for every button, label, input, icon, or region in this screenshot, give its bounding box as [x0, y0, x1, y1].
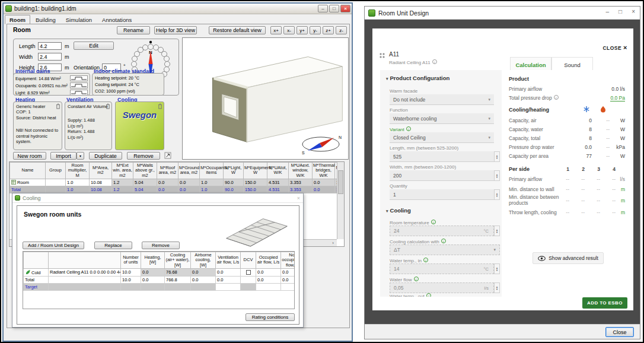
cell[interactable]: 10.0 — [121, 268, 141, 276]
tab-simulation[interactable]: Simulation — [61, 15, 97, 24]
ventilation-card[interactable]: Constant Air Volume Supply: 1.488 L/(s·m… — [65, 101, 112, 150]
rename-button[interactable]: Rename — [117, 26, 150, 34]
snowflake-icon[interactable] — [583, 106, 590, 113]
rw-minimize-button[interactable]: – — [606, 8, 610, 15]
restore-default-view-button[interactable]: Restore default view — [209, 26, 266, 34]
water-in-info-icon[interactable]: i — [423, 258, 428, 262]
new-room-button[interactable]: New room — [13, 152, 46, 160]
heating-card[interactable]: Generic heater COP: 1 Source: District h… — [13, 101, 62, 150]
tab-room[interactable]: Room — [5, 15, 30, 24]
room-temp-stepper[interactable]: ▴▾ — [494, 226, 500, 236]
maximize-button[interactable]: □ — [329, 5, 339, 12]
length-stepper[interactable]: ▴▾ — [494, 151, 500, 162]
function-select[interactable]: Waterborne cooling▾ — [390, 113, 494, 124]
room-temperature-input[interactable]: 24°C — [390, 226, 494, 236]
rating-conditions-button[interactable]: Rating conditions — [246, 313, 295, 321]
expand-table-icon[interactable] — [164, 152, 171, 159]
rw-maximize-button[interactable]: □ — [619, 8, 622, 15]
unit-remove-button[interactable]: Remove — [142, 242, 180, 249]
product-configuration-section[interactable]: ▾Product Configuration — [386, 75, 449, 81]
cooling-panel-title-bar[interactable]: Cooling × — [12, 193, 303, 203]
quantity-stepper[interactable]: ▴▾ — [494, 189, 500, 200]
close-x-icon[interactable]: × — [623, 44, 627, 51]
cell[interactable]: 0.0 — [281, 268, 295, 276]
equipment-schedule-icon[interactable] — [70, 75, 88, 81]
cell[interactable]: 1.0 — [66, 179, 90, 186]
minimize-button[interactable]: – — [318, 5, 328, 12]
cell: 0.0 — [157, 186, 178, 193]
length-input[interactable] — [38, 42, 62, 50]
width-input[interactable] — [38, 53, 62, 61]
water-in-stepper[interactable]: ▴▾ — [494, 263, 500, 274]
left-title-bar[interactable]: building1: building1.idm – □ × — [4, 4, 352, 14]
axis-z-plus-button[interactable]: z+ — [323, 26, 334, 34]
cooling-section[interactable]: ▾Cooling — [386, 207, 411, 214]
replace-button[interactable]: Replace — [94, 242, 132, 249]
dcv-checkbox[interactable] — [246, 270, 251, 275]
view-3d[interactable]: N S — [182, 37, 349, 160]
duplicate-button[interactable]: Duplicate — [89, 152, 122, 160]
axis-y-minus-button[interactable]: y- — [310, 26, 321, 34]
cell[interactable] — [191, 283, 216, 290]
water-temp-in-input[interactable]: 14°C — [390, 263, 494, 274]
rw-title-bar[interactable]: Room Unit Design – □ × — [365, 7, 640, 20]
table-vertical-scrollbar[interactable] — [337, 162, 344, 239]
product-info-icon[interactable]: i — [432, 59, 437, 64]
occupants-schedule-icon[interactable] — [70, 82, 88, 88]
close-top-button[interactable]: CLOSE × — [602, 44, 627, 51]
add-room-unit-design-button[interactable]: Add / Room Unit Design — [23, 242, 84, 249]
target-row: Target — [24, 283, 295, 290]
water-flow-input[interactable]: 0,05l/s — [390, 282, 494, 293]
axis-x-minus-button[interactable]: x- — [283, 26, 295, 34]
room-temp-info-icon[interactable]: i — [431, 220, 436, 224]
water-flow-info-icon[interactable]: i — [414, 277, 419, 281]
cell[interactable]: 0.0 — [216, 268, 241, 276]
heating-delete-icon[interactable] — [56, 103, 60, 109]
axis-y-plus-button[interactable]: y+ — [297, 26, 308, 34]
water-out-info-icon[interactable]: i — [426, 293, 431, 297]
cooling-calc-with-select[interactable]: ΔT▾ — [390, 244, 500, 255]
unit-description-cell[interactable]: Radiant Ceiling A11 0.0 0.00 0.00 44 — [49, 268, 121, 276]
remove-button[interactable]: Remove — [127, 152, 160, 160]
import-dropdown-icon[interactable]: ▾ — [76, 152, 84, 160]
scroll-right-icon[interactable]: › — [329, 240, 337, 246]
width-mm-input[interactable]: 200 — [390, 170, 494, 181]
variant-select[interactable]: Closed Ceiling▾ — [390, 132, 494, 143]
cooling-delete-icon[interactable] — [158, 103, 162, 109]
light-schedule-icon[interactable] — [70, 90, 88, 96]
show-advanced-result-button[interactable]: Show advanced result — [533, 252, 604, 264]
pressure-drop-info-icon[interactable]: i — [554, 95, 559, 100]
warm-facade-select[interactable]: Do not include▾ — [390, 94, 494, 105]
import-button[interactable]: Import — [50, 152, 76, 160]
edit-button[interactable]: Edit — [74, 42, 114, 50]
cell[interactable] — [165, 283, 191, 290]
cell[interactable]: 0.0 — [256, 268, 281, 276]
ventilation-delete-icon[interactable] — [106, 103, 110, 109]
close-button[interactable]: × — [340, 5, 350, 12]
cooling-panel-close-icon[interactable]: × — [297, 195, 300, 201]
axis-x-plus-button[interactable]: x+ — [270, 26, 282, 34]
flame-icon[interactable] — [600, 106, 606, 113]
rw-close-button[interactable]: × — [632, 8, 635, 15]
help-3d-view-button[interactable]: Help for 3D view — [154, 26, 197, 34]
quantity-input[interactable]: 1 — [390, 189, 494, 200]
rw-close-dialog-button[interactable]: Close — [605, 327, 634, 337]
add-to-esbo-button[interactable]: ADD TO ESBO — [582, 297, 627, 309]
cell[interactable] — [141, 283, 165, 290]
calc-with-info-icon[interactable]: i — [441, 239, 446, 243]
indoor-climate-box: Heating setpoint: 20 °C Cooling setpoint… — [92, 73, 164, 96]
width-stepper[interactable]: ▴▾ — [494, 170, 500, 181]
tab-building[interactable]: Building — [31, 15, 60, 24]
room-name-cell[interactable]: Room — [10, 179, 46, 186]
cooling-card[interactable]: Swegon — [115, 101, 164, 150]
length-mm-input[interactable]: 525 — [390, 151, 494, 162]
tab-annotations[interactable]: Annotations — [97, 15, 136, 24]
chevron-down-icon: ▾ — [488, 97, 490, 102]
cell[interactable] — [121, 283, 141, 290]
axis-z-minus-button[interactable]: z- — [336, 26, 347, 34]
water-flow-stepper[interactable]: ▴▾ — [494, 282, 500, 293]
cell[interactable] — [46, 179, 66, 186]
cell[interactable]: 10.08 — [90, 179, 112, 186]
cooling-panel-title: Cooling — [23, 195, 41, 201]
variant-info-icon[interactable]: i — [406, 126, 411, 131]
